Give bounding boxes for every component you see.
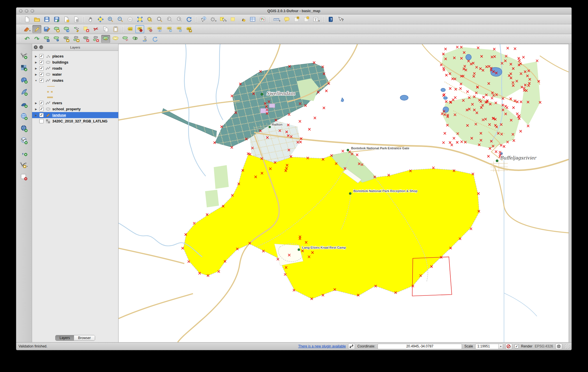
save-project-as-button[interactable] [52, 15, 61, 23]
layer-checkbox[interactable]: ✓ [39, 54, 44, 58]
expander-icon[interactable]: ▶ [34, 55, 38, 58]
delete-ring-button[interactable] [82, 35, 90, 43]
add-delimited-text-layer-button[interactable]: , [19, 148, 29, 157]
add-wcs-layer-button[interactable] [19, 124, 29, 133]
add-postgis-layer-button[interactable] [19, 76, 29, 84]
delete-selected-button[interactable] [82, 25, 90, 33]
field-calculator-button[interactable] [258, 15, 267, 23]
current-edits-button[interactable]: ▾ [23, 25, 32, 33]
expander-icon[interactable]: ▶ [34, 61, 38, 64]
add-feature-button[interactable] [52, 25, 61, 33]
layer-row-water[interactable]: ▶ ✓ water [32, 71, 118, 77]
select-by-expression-button[interactable]: ε [238, 15, 247, 23]
copy-features-button[interactable] [101, 25, 110, 33]
add-mssql-layer-button[interactable] [19, 100, 29, 109]
new-bookmark-button[interactable] [292, 15, 301, 23]
zoom-out-button[interactable] [116, 15, 125, 23]
select-features-button[interactable]: ▾ [219, 15, 228, 23]
layer-row-buildings[interactable]: ▶ ✓ buildings [32, 59, 118, 65]
layer-checkbox[interactable]: ✓ [39, 107, 44, 111]
scale-combo[interactable]: 1:19951 ▾ [475, 344, 503, 349]
save-layer-edits-button[interactable] [42, 25, 51, 33]
plugin-icon[interactable] [348, 343, 355, 349]
change-label-button[interactable]: abc [184, 25, 193, 33]
zoom-to-selection-button[interactable] [145, 15, 154, 23]
save-project-button[interactable] [42, 15, 51, 23]
window-resize-grip[interactable] [565, 344, 569, 348]
layer-row-raster[interactable]: 3420C_2010_327_RGB_LATLNG [32, 118, 118, 124]
plugin-available-link[interactable]: There is a new plugin available [298, 344, 346, 348]
pan-map-button[interactable] [86, 15, 95, 23]
zoom-to-layer-button[interactable] [155, 15, 164, 23]
help-button[interactable]: ? [326, 15, 335, 23]
paste-features-button[interactable] [111, 25, 120, 33]
layer-checkbox[interactable]: ✓ [39, 101, 44, 105]
move-label-button[interactable]: abc [165, 25, 174, 33]
split-parts-button[interactable] [131, 35, 140, 43]
expander-icon[interactable]: ▶ [34, 73, 38, 76]
layer-checkbox[interactable]: ✓ [39, 113, 44, 117]
crs-status-button[interactable] [555, 343, 562, 349]
add-wfs-layer-button[interactable] [19, 136, 29, 145]
layer-checkbox[interactable]: ✓ [39, 72, 44, 77]
add-spatialite-layer-button[interactable] [19, 88, 29, 96]
layer-checkbox[interactable] [39, 119, 44, 123]
show-bookmarks-button[interactable] [302, 15, 311, 23]
zoom-next-button[interactable] [175, 15, 184, 23]
layer-labeling-button[interactable]: abc [125, 25, 134, 33]
merge-features-button[interactable] [140, 35, 149, 43]
open-attribute-table-button[interactable] [248, 15, 257, 23]
add-ring-button[interactable] [62, 35, 71, 43]
offset-curve-button[interactable] [111, 35, 120, 43]
zoom-full-button[interactable] [135, 15, 144, 23]
add-raster-layer-button[interactable] [19, 64, 29, 72]
map-canvas[interactable]: Swellendam Railton Bontebok National Par… [119, 44, 569, 342]
expander-icon[interactable]: ▼ [34, 79, 38, 82]
redo-button[interactable]: ↷ [32, 35, 41, 43]
expander-icon[interactable]: ▶ [34, 67, 38, 70]
split-features-button[interactable]: ✂ [121, 35, 130, 43]
open-project-button[interactable] [32, 15, 41, 23]
tab-browser[interactable]: Browser [74, 335, 95, 341]
combo-dropdown-icon[interactable]: ▾ [498, 344, 503, 349]
identify-button[interactable]: i [199, 15, 208, 23]
rotate-label-button[interactable]: abc↻ [175, 25, 184, 33]
rotate-point-symbols-button[interactable] [150, 35, 159, 43]
move-feature-button[interactable] [62, 25, 71, 33]
toggle-editing-button[interactable] [32, 25, 41, 33]
whats-this-button[interactable]: ? [336, 15, 345, 23]
expander-icon[interactable]: ▶ [34, 108, 38, 111]
title-bar[interactable]: QGIS 2.0.1-Dufour - basic_map [16, 8, 572, 14]
layer-row-roads[interactable]: ▶ ✓ roads [32, 65, 118, 71]
refresh-button[interactable] [184, 15, 193, 23]
new-shapefile-layer-button[interactable] [19, 161, 29, 169]
show-hide-labels-button[interactable]: abc [155, 25, 164, 33]
reshape-features-button[interactable] [101, 35, 110, 43]
rotate-feature-button[interactable]: ↻ [42, 35, 51, 43]
layer-row-school-property[interactable]: ▶ ✓ school_property [32, 106, 118, 112]
node-tool-button[interactable] [72, 25, 81, 33]
add-wms-layer-button[interactable] [19, 112, 29, 121]
run-feature-action-button[interactable]: ▾ [209, 15, 218, 23]
layer-checkbox[interactable]: ✓ [39, 60, 44, 64]
zoom-in-button[interactable] [106, 15, 115, 23]
zoom-native-button[interactable]: 1:1 [125, 15, 134, 23]
expander-icon[interactable]: ▶ [34, 114, 38, 117]
new-composer-button[interactable] [62, 15, 71, 23]
cut-features-button[interactable]: ✂ [91, 25, 100, 33]
remove-layer-button[interactable] [19, 173, 29, 181]
layer-row-rivers[interactable]: ▶ ✓ rivers [32, 100, 118, 106]
layer-row-places[interactable]: ▶ ✓ places [32, 53, 118, 59]
tab-layers[interactable]: Layers [56, 335, 74, 341]
undo-button[interactable]: ↶ [23, 35, 32, 43]
coordinate-input[interactable] [378, 344, 462, 349]
pin-labels-button[interactable]: ab [135, 25, 144, 33]
zoom-last-button[interactable] [165, 15, 174, 23]
deselect-all-button[interactable] [228, 15, 237, 23]
simplify-feature-button[interactable] [52, 35, 61, 43]
render-checkbox[interactable]: ✓ [515, 344, 519, 348]
text-annotation-button[interactable]: T▾ [312, 15, 321, 23]
map-tips-button[interactable] [282, 15, 291, 23]
highlight-pinned-labels-button[interactable]: ab [145, 25, 154, 33]
layer-checkbox[interactable]: ✓ [39, 66, 44, 70]
